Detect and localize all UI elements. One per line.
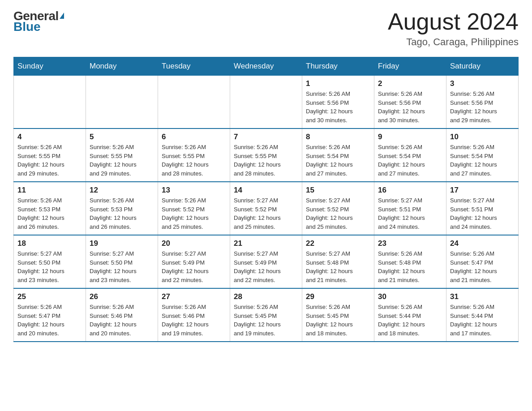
calendar-cell: 18Sunrise: 5:27 AMSunset: 5:50 PMDayligh… <box>14 235 86 288</box>
calendar-cell: 19Sunrise: 5:27 AMSunset: 5:50 PMDayligh… <box>86 235 158 288</box>
calendar-cell: 16Sunrise: 5:27 AMSunset: 5:51 PMDayligh… <box>374 182 446 235</box>
weekday-header-sunday: Sunday <box>14 57 86 76</box>
day-number: 6 <box>162 133 226 141</box>
day-number: 23 <box>378 239 442 248</box>
calendar-cell: 3Sunrise: 5:26 AMSunset: 5:56 PMDaylight… <box>446 76 519 129</box>
day-number: 1 <box>306 79 370 88</box>
day-number: 27 <box>162 292 226 301</box>
day-info: Sunrise: 5:26 AMSunset: 5:46 PMDaylight:… <box>90 303 154 338</box>
day-number: 24 <box>450 239 515 248</box>
day-info: Sunrise: 5:26 AMSunset: 5:56 PMDaylight:… <box>450 90 515 124</box>
day-info: Sunrise: 5:26 AMSunset: 5:48 PMDaylight:… <box>378 249 442 284</box>
calendar-cell: 4Sunrise: 5:26 AMSunset: 5:55 PMDaylight… <box>14 128 86 182</box>
day-info: Sunrise: 5:27 AMSunset: 5:51 PMDaylight:… <box>378 196 442 231</box>
calendar-cell: 11Sunrise: 5:26 AMSunset: 5:53 PMDayligh… <box>14 182 86 235</box>
day-info: Sunrise: 5:26 AMSunset: 5:46 PMDaylight:… <box>162 303 226 338</box>
day-number: 22 <box>306 239 370 248</box>
day-number: 8 <box>306 133 370 141</box>
calendar-cell: 24Sunrise: 5:26 AMSunset: 5:47 PMDayligh… <box>446 235 519 288</box>
day-info: Sunrise: 5:26 AMSunset: 5:53 PMDaylight:… <box>17 196 82 231</box>
day-number: 9 <box>378 133 442 141</box>
weekday-header-friday: Friday <box>374 57 446 76</box>
calendar-cell: 21Sunrise: 5:27 AMSunset: 5:49 PMDayligh… <box>230 235 302 288</box>
day-number: 3 <box>450 79 515 88</box>
weekday-header-monday: Monday <box>86 57 158 76</box>
calendar-week-4: 18Sunrise: 5:27 AMSunset: 5:50 PMDayligh… <box>14 235 519 288</box>
day-info: Sunrise: 5:27 AMSunset: 5:49 PMDaylight:… <box>234 249 298 284</box>
day-number: 15 <box>306 186 370 195</box>
calendar-week-2: 4Sunrise: 5:26 AMSunset: 5:55 PMDaylight… <box>14 128 519 182</box>
day-info: Sunrise: 5:27 AMSunset: 5:52 PMDaylight:… <box>306 196 370 231</box>
calendar-header-row: SundayMondayTuesdayWednesdayThursdayFrid… <box>14 57 519 76</box>
calendar-cell: 1Sunrise: 5:26 AMSunset: 5:56 PMDaylight… <box>302 76 374 129</box>
calendar-cell <box>230 76 302 129</box>
day-info: Sunrise: 5:26 AMSunset: 5:56 PMDaylight:… <box>306 90 370 124</box>
calendar-week-1: 1Sunrise: 5:26 AMSunset: 5:56 PMDaylight… <box>14 76 519 129</box>
day-info: Sunrise: 5:26 AMSunset: 5:55 PMDaylight:… <box>90 143 154 178</box>
day-info: Sunrise: 5:26 AMSunset: 5:44 PMDaylight:… <box>450 303 515 338</box>
day-info: Sunrise: 5:27 AMSunset: 5:48 PMDaylight:… <box>306 249 370 284</box>
location-text: Tago, Caraga, Philippines <box>388 36 519 48</box>
day-number: 17 <box>450 186 515 195</box>
day-number: 12 <box>90 186 154 195</box>
weekday-header-thursday: Thursday <box>302 57 374 76</box>
calendar-cell: 8Sunrise: 5:26 AMSunset: 5:54 PMDaylight… <box>302 128 374 182</box>
calendar-cell: 13Sunrise: 5:26 AMSunset: 5:52 PMDayligh… <box>158 182 230 235</box>
logo-triangle-icon <box>60 13 64 19</box>
calendar-cell <box>158 76 230 129</box>
calendar-cell: 12Sunrise: 5:26 AMSunset: 5:53 PMDayligh… <box>86 182 158 235</box>
day-info: Sunrise: 5:26 AMSunset: 5:53 PMDaylight:… <box>90 196 154 231</box>
day-number: 10 <box>450 133 515 141</box>
calendar-cell <box>14 76 86 129</box>
day-info: Sunrise: 5:26 AMSunset: 5:55 PMDaylight:… <box>17 143 82 178</box>
month-year-title: August 2024 <box>388 9 519 34</box>
day-info: Sunrise: 5:27 AMSunset: 5:50 PMDaylight:… <box>90 249 154 284</box>
day-number: 28 <box>234 292 298 301</box>
day-number: 31 <box>450 292 515 301</box>
logo: General Blue <box>13 9 64 34</box>
day-info: Sunrise: 5:26 AMSunset: 5:54 PMDaylight:… <box>450 143 515 178</box>
day-number: 11 <box>17 186 82 195</box>
day-info: Sunrise: 5:26 AMSunset: 5:45 PMDaylight:… <box>234 303 298 338</box>
calendar-cell <box>86 76 158 129</box>
day-number: 2 <box>378 79 442 88</box>
weekday-header-wednesday: Wednesday <box>230 57 302 76</box>
calendar-cell: 2Sunrise: 5:26 AMSunset: 5:56 PMDaylight… <box>374 76 446 129</box>
calendar-cell: 9Sunrise: 5:26 AMSunset: 5:54 PMDaylight… <box>374 128 446 182</box>
calendar-cell: 29Sunrise: 5:26 AMSunset: 5:45 PMDayligh… <box>302 288 374 342</box>
calendar-cell: 26Sunrise: 5:26 AMSunset: 5:46 PMDayligh… <box>86 288 158 342</box>
calendar-cell: 20Sunrise: 5:27 AMSunset: 5:49 PMDayligh… <box>158 235 230 288</box>
day-number: 26 <box>90 292 154 301</box>
calendar-cell: 5Sunrise: 5:26 AMSunset: 5:55 PMDaylight… <box>86 128 158 182</box>
day-info: Sunrise: 5:26 AMSunset: 5:55 PMDaylight:… <box>162 143 226 178</box>
calendar-cell: 23Sunrise: 5:26 AMSunset: 5:48 PMDayligh… <box>374 235 446 288</box>
day-number: 21 <box>234 239 298 248</box>
weekday-header-saturday: Saturday <box>446 57 519 76</box>
calendar-cell: 27Sunrise: 5:26 AMSunset: 5:46 PMDayligh… <box>158 288 230 342</box>
day-info: Sunrise: 5:26 AMSunset: 5:47 PMDaylight:… <box>17 303 82 338</box>
calendar-week-5: 25Sunrise: 5:26 AMSunset: 5:47 PMDayligh… <box>14 288 519 342</box>
day-info: Sunrise: 5:26 AMSunset: 5:45 PMDaylight:… <box>306 303 370 338</box>
calendar-cell: 25Sunrise: 5:26 AMSunset: 5:47 PMDayligh… <box>14 288 86 342</box>
calendar-cell: 22Sunrise: 5:27 AMSunset: 5:48 PMDayligh… <box>302 235 374 288</box>
calendar-cell: 30Sunrise: 5:26 AMSunset: 5:44 PMDayligh… <box>374 288 446 342</box>
day-number: 7 <box>234 133 298 141</box>
calendar-cell: 31Sunrise: 5:26 AMSunset: 5:44 PMDayligh… <box>446 288 519 342</box>
day-info: Sunrise: 5:27 AMSunset: 5:51 PMDaylight:… <box>450 196 515 231</box>
calendar-cell: 14Sunrise: 5:27 AMSunset: 5:52 PMDayligh… <box>230 182 302 235</box>
calendar-table: SundayMondayTuesdayWednesdayThursdayFrid… <box>13 57 519 342</box>
day-number: 14 <box>234 186 298 195</box>
calendar-cell: 7Sunrise: 5:26 AMSunset: 5:55 PMDaylight… <box>230 128 302 182</box>
day-info: Sunrise: 5:26 AMSunset: 5:55 PMDaylight:… <box>234 143 298 178</box>
day-info: Sunrise: 5:26 AMSunset: 5:44 PMDaylight:… <box>378 303 442 338</box>
page-header: General Blue August 2024 Tago, Caraga, P… <box>13 9 519 48</box>
day-number: 4 <box>17 133 82 141</box>
day-info: Sunrise: 5:27 AMSunset: 5:52 PMDaylight:… <box>234 196 298 231</box>
calendar-cell: 28Sunrise: 5:26 AMSunset: 5:45 PMDayligh… <box>230 288 302 342</box>
calendar-cell: 17Sunrise: 5:27 AMSunset: 5:51 PMDayligh… <box>446 182 519 235</box>
weekday-header-tuesday: Tuesday <box>158 57 230 76</box>
day-info: Sunrise: 5:26 AMSunset: 5:54 PMDaylight:… <box>306 143 370 178</box>
day-info: Sunrise: 5:26 AMSunset: 5:52 PMDaylight:… <box>162 196 226 231</box>
day-info: Sunrise: 5:26 AMSunset: 5:54 PMDaylight:… <box>378 143 442 178</box>
day-info: Sunrise: 5:27 AMSunset: 5:50 PMDaylight:… <box>17 249 82 284</box>
